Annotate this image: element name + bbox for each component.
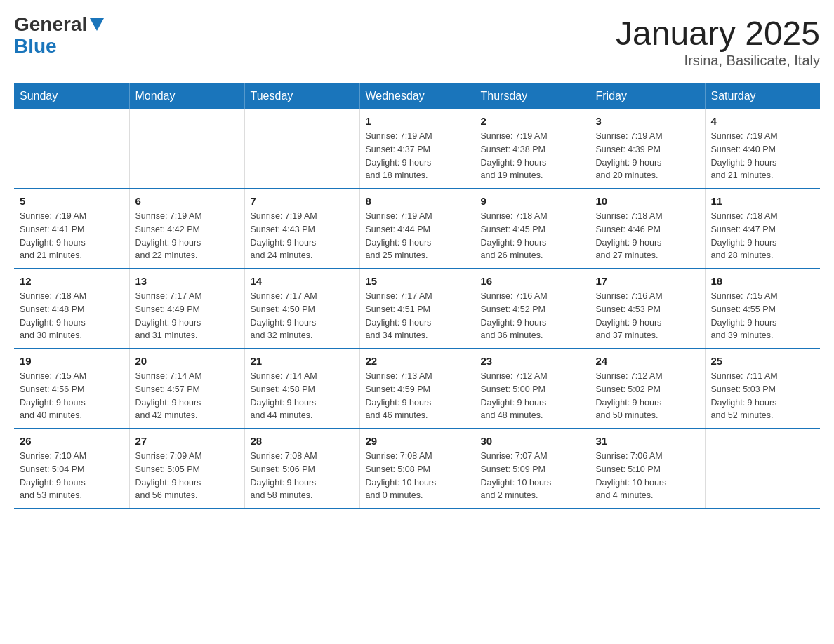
day-number: 21 (251, 355, 354, 367)
day-number: 3 (596, 115, 699, 127)
table-row: 13Sunrise: 7:17 AM Sunset: 4:49 PM Dayli… (129, 269, 244, 349)
table-row: 22Sunrise: 7:13 AM Sunset: 4:59 PM Dayli… (359, 349, 475, 429)
table-row: 5Sunrise: 7:19 AM Sunset: 4:41 PM Daylig… (14, 189, 129, 269)
logo-triangle-icon (90, 18, 104, 31)
table-row: 28Sunrise: 7:08 AM Sunset: 5:06 PM Dayli… (244, 429, 359, 509)
calendar-title: January 2025 (616, 14, 820, 53)
calendar-week-row: 19Sunrise: 7:15 AM Sunset: 4:56 PM Dayli… (14, 349, 820, 429)
day-number: 18 (711, 275, 815, 287)
col-thursday: Thursday (475, 83, 590, 109)
day-info: Sunrise: 7:07 AM Sunset: 5:09 PM Dayligh… (481, 450, 584, 502)
table-row (244, 109, 359, 189)
day-info: Sunrise: 7:19 AM Sunset: 4:43 PM Dayligh… (251, 210, 354, 262)
table-row: 24Sunrise: 7:12 AM Sunset: 5:02 PM Dayli… (590, 349, 705, 429)
day-info: Sunrise: 7:12 AM Sunset: 5:00 PM Dayligh… (481, 370, 584, 422)
col-wednesday: Wednesday (359, 83, 475, 109)
col-sunday: Sunday (14, 83, 129, 109)
calendar-week-row: 1Sunrise: 7:19 AM Sunset: 4:37 PM Daylig… (14, 109, 820, 189)
table-row (14, 109, 129, 189)
day-info: Sunrise: 7:06 AM Sunset: 5:10 PM Dayligh… (596, 450, 699, 502)
day-info: Sunrise: 7:19 AM Sunset: 4:38 PM Dayligh… (481, 130, 584, 182)
col-friday: Friday (590, 83, 705, 109)
table-row: 9Sunrise: 7:18 AM Sunset: 4:45 PM Daylig… (475, 189, 590, 269)
day-info: Sunrise: 7:18 AM Sunset: 4:48 PM Dayligh… (20, 290, 124, 342)
table-row: 6Sunrise: 7:19 AM Sunset: 4:42 PM Daylig… (129, 189, 244, 269)
table-row: 12Sunrise: 7:18 AM Sunset: 4:48 PM Dayli… (14, 269, 129, 349)
table-row: 25Sunrise: 7:11 AM Sunset: 5:03 PM Dayli… (705, 349, 820, 429)
col-saturday: Saturday (705, 83, 820, 109)
day-info: Sunrise: 7:14 AM Sunset: 4:57 PM Dayligh… (135, 370, 239, 422)
day-info: Sunrise: 7:08 AM Sunset: 5:08 PM Dayligh… (366, 450, 469, 502)
page-header: General Blue January 2025 Irsina, Basili… (14, 14, 820, 69)
day-info: Sunrise: 7:14 AM Sunset: 4:58 PM Dayligh… (251, 370, 354, 422)
day-number: 30 (481, 435, 584, 447)
logo-general: General (14, 14, 87, 36)
table-row: 8Sunrise: 7:19 AM Sunset: 4:44 PM Daylig… (359, 189, 475, 269)
day-number: 11 (711, 195, 815, 207)
calendar-week-row: 26Sunrise: 7:10 AM Sunset: 5:04 PM Dayli… (14, 429, 820, 509)
calendar-table: Sunday Monday Tuesday Wednesday Thursday… (14, 83, 820, 509)
logo-blue: Blue (14, 35, 57, 57)
day-number: 8 (366, 195, 469, 207)
logo: General Blue (14, 14, 104, 58)
day-number: 12 (20, 275, 124, 287)
day-number: 29 (366, 435, 469, 447)
day-number: 23 (481, 355, 584, 367)
table-row: 27Sunrise: 7:09 AM Sunset: 5:05 PM Dayli… (129, 429, 244, 509)
day-info: Sunrise: 7:18 AM Sunset: 4:47 PM Dayligh… (711, 210, 815, 262)
day-number: 27 (135, 435, 239, 447)
table-row: 11Sunrise: 7:18 AM Sunset: 4:47 PM Dayli… (705, 189, 820, 269)
day-number: 16 (481, 275, 584, 287)
day-number: 15 (366, 275, 469, 287)
day-number: 28 (251, 435, 354, 447)
table-row: 21Sunrise: 7:14 AM Sunset: 4:58 PM Dayli… (244, 349, 359, 429)
table-row: 23Sunrise: 7:12 AM Sunset: 5:00 PM Dayli… (475, 349, 590, 429)
calendar-header-row: Sunday Monday Tuesday Wednesday Thursday… (14, 83, 820, 109)
day-info: Sunrise: 7:09 AM Sunset: 5:05 PM Dayligh… (135, 450, 239, 502)
day-info: Sunrise: 7:18 AM Sunset: 4:45 PM Dayligh… (481, 210, 584, 262)
day-info: Sunrise: 7:19 AM Sunset: 4:40 PM Dayligh… (711, 130, 815, 182)
table-row: 19Sunrise: 7:15 AM Sunset: 4:56 PM Dayli… (14, 349, 129, 429)
day-number: 6 (135, 195, 239, 207)
table-row: 14Sunrise: 7:17 AM Sunset: 4:50 PM Dayli… (244, 269, 359, 349)
day-number: 14 (251, 275, 354, 287)
day-info: Sunrise: 7:08 AM Sunset: 5:06 PM Dayligh… (251, 450, 354, 502)
day-number: 2 (481, 115, 584, 127)
day-number: 31 (596, 435, 699, 447)
table-row (129, 109, 244, 189)
calendar-subtitle: Irsina, Basilicate, Italy (616, 53, 820, 69)
day-info: Sunrise: 7:17 AM Sunset: 4:50 PM Dayligh… (251, 290, 354, 342)
table-row: 30Sunrise: 7:07 AM Sunset: 5:09 PM Dayli… (475, 429, 590, 509)
day-info: Sunrise: 7:19 AM Sunset: 4:41 PM Dayligh… (20, 210, 124, 262)
col-monday: Monday (129, 83, 244, 109)
day-info: Sunrise: 7:19 AM Sunset: 4:44 PM Dayligh… (366, 210, 469, 262)
day-number: 1 (366, 115, 469, 127)
day-number: 20 (135, 355, 239, 367)
day-number: 25 (711, 355, 815, 367)
table-row: 17Sunrise: 7:16 AM Sunset: 4:53 PM Dayli… (590, 269, 705, 349)
day-number: 13 (135, 275, 239, 287)
day-number: 9 (481, 195, 584, 207)
table-row: 10Sunrise: 7:18 AM Sunset: 4:46 PM Dayli… (590, 189, 705, 269)
day-number: 22 (366, 355, 469, 367)
day-number: 7 (251, 195, 354, 207)
day-number: 10 (596, 195, 699, 207)
day-info: Sunrise: 7:17 AM Sunset: 4:49 PM Dayligh… (135, 290, 239, 342)
day-info: Sunrise: 7:10 AM Sunset: 5:04 PM Dayligh… (20, 450, 124, 502)
col-tuesday: Tuesday (244, 83, 359, 109)
day-info: Sunrise: 7:12 AM Sunset: 5:02 PM Dayligh… (596, 370, 699, 422)
day-number: 19 (20, 355, 124, 367)
table-row: 20Sunrise: 7:14 AM Sunset: 4:57 PM Dayli… (129, 349, 244, 429)
day-info: Sunrise: 7:11 AM Sunset: 5:03 PM Dayligh… (711, 370, 815, 422)
table-row (705, 429, 820, 509)
day-info: Sunrise: 7:18 AM Sunset: 4:46 PM Dayligh… (596, 210, 699, 262)
table-row: 16Sunrise: 7:16 AM Sunset: 4:52 PM Dayli… (475, 269, 590, 349)
day-info: Sunrise: 7:19 AM Sunset: 4:42 PM Dayligh… (135, 210, 239, 262)
table-row: 7Sunrise: 7:19 AM Sunset: 4:43 PM Daylig… (244, 189, 359, 269)
day-info: Sunrise: 7:19 AM Sunset: 4:37 PM Dayligh… (366, 130, 469, 182)
table-row: 4Sunrise: 7:19 AM Sunset: 4:40 PM Daylig… (705, 109, 820, 189)
day-info: Sunrise: 7:16 AM Sunset: 4:52 PM Dayligh… (481, 290, 584, 342)
table-row: 1Sunrise: 7:19 AM Sunset: 4:37 PM Daylig… (359, 109, 475, 189)
day-info: Sunrise: 7:15 AM Sunset: 4:56 PM Dayligh… (20, 370, 124, 422)
day-info: Sunrise: 7:13 AM Sunset: 4:59 PM Dayligh… (366, 370, 469, 422)
